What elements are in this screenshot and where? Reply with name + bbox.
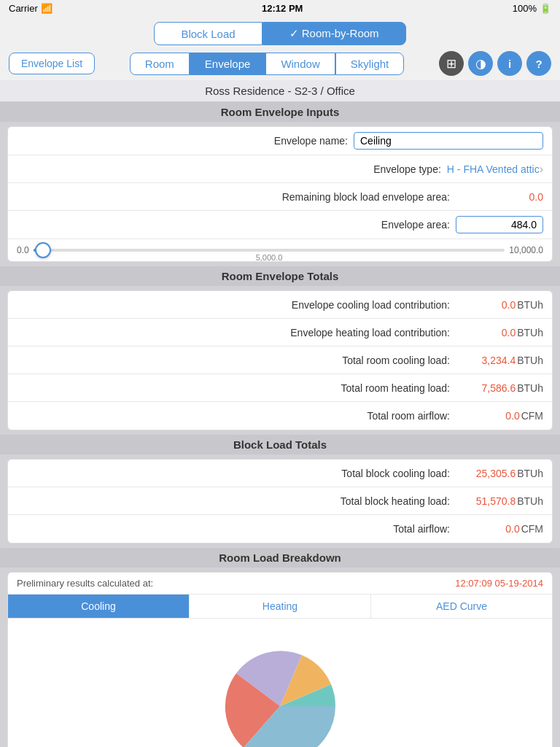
remaining-block-value: 0.0 [456,191,543,203]
calc-time-label: Preliminary results calculated at: [17,578,153,589]
info-icon[interactable]: i [497,51,522,76]
calc-time-row: Preliminary results calculated at: 12:07… [8,573,552,595]
total-room-airflow-row: Total room airflow: 0.0CFM [8,402,552,430]
page-title: Ross Residence - S2-3 / Office [0,80,560,102]
section-block-totals: Block Load Totals [0,435,560,454]
tab-group: Room Envelope Window Skylight [101,53,433,75]
block-cooling-row: Total block cooling load: 25,305.6BTUh [8,460,552,487]
calculator-icon[interactable]: ⊞ [439,51,464,76]
total-airflow-value: 0.0CFM [456,523,543,535]
envelope-name-input[interactable] [354,132,543,150]
env-cooling-contrib-value: 0.0BTUh [456,299,543,311]
slider-track: 5,000.0 [34,249,505,252]
block-cooling-label: Total block cooling load: [17,468,456,479]
env-heating-contrib-value: 0.0BTUh [456,327,543,338]
envelope-inputs-card: Envelope name: Envelope type: H - FHA Ve… [7,126,553,262]
section-envelope-inputs: Room Envelope Inputs [0,102,560,122]
battery-icon: 🔋 [540,3,551,14]
help-icon[interactable]: ? [526,51,551,76]
total-room-airflow-value: 0.0CFM [456,410,543,422]
env-cooling-contrib-label: Envelope cooling load contribution: [17,299,456,311]
envelope-type-value[interactable]: H - FHA Vented attic [447,163,540,175]
section-room-breakdown: Room Load Breakdown [0,548,560,568]
envelope-name-label: Envelope name: [17,135,354,147]
block-totals-card: Total block cooling load: 25,305.6BTUh T… [7,459,553,543]
chart-icon[interactable]: ◑ [468,51,493,76]
section-envelope-totals: Room Envelope Totals [0,266,560,286]
carrier-signal: Carrier 📶 [9,3,52,14]
sub-tab-aed[interactable]: AED Curve [371,595,552,618]
total-room-cooling-label: Total room cooling load: [17,355,456,366]
envelope-type-row: Envelope type: H - FHA Vented attic › [8,155,552,183]
pie-chart-container [8,619,552,747]
battery-pct: 100% [513,3,537,14]
breakdown-card: Preliminary results calculated at: 12:07… [7,572,553,747]
block-cooling-value: 25,305.6BTUh [456,468,543,479]
status-bar: Carrier 📶 12:12 PM 100% 🔋 [0,0,560,16]
envelope-area-input[interactable] [456,216,543,233]
carrier-text: Carrier [9,3,38,14]
wifi-icon: 📶 [41,3,52,14]
total-room-cooling-value: 3,234.4BTUh [456,355,543,366]
toolbar-icons: ⊞ ◑ i ? [439,51,551,76]
room-by-room-button[interactable]: ✓ Room-by-Room [262,22,406,45]
pie-chart [207,633,353,747]
slider-max-label: 10,000.0 [509,245,543,255]
slider-min-label: 0.0 [17,245,29,255]
envelope-area-row: Envelope area: [8,211,552,239]
envelope-area-label: Envelope area: [17,219,456,231]
block-heating-label: Total block heating load: [17,495,456,507]
total-airflow-label: Total airflow: [17,523,456,535]
env-heating-contrib-label: Envelope heating load contribution: [17,327,456,338]
slider-mid-label: 5,000.0 [256,253,283,262]
total-room-cooling-row: Total room cooling load: 3,234.4BTUh [8,347,552,374]
tab-window[interactable]: Window [265,53,335,75]
status-time: 12:12 PM [262,3,303,14]
total-room-airflow-label: Total room airflow: [17,410,456,422]
chevron-right-icon: › [540,163,543,176]
remaining-block-label: Remaining block load envelope area: [17,191,456,203]
tab-envelope[interactable]: Envelope [190,53,266,75]
sub-tab-cooling[interactable]: Cooling [8,595,190,618]
total-room-heating-row: Total room heating load: 7,586.6BTUh [8,374,552,402]
block-heating-row: Total block heating load: 51,570.8BTUh [8,487,552,515]
battery-indicator: 100% 🔋 [513,3,551,14]
tab-skylight[interactable]: Skylight [335,53,405,75]
total-airflow-row: Total airflow: 0.0CFM [8,515,552,543]
total-room-heating-label: Total room heating load: [17,382,456,394]
total-room-heating-value: 7,586.6BTUh [456,382,543,394]
mode-switcher: Block Load ✓ Room-by-Room [0,16,560,48]
block-heating-value: 51,570.8BTUh [456,495,543,507]
sub-tab-heating[interactable]: Heating [190,595,371,618]
env-cooling-contrib-row: Envelope cooling load contribution: 0.0B… [8,291,552,319]
envelope-type-label: Envelope type: [17,163,447,175]
slider-thumb[interactable] [35,242,51,258]
envelope-list-button[interactable]: Envelope List [9,53,95,74]
sub-tab-group: Cooling Heating AED Curve [8,595,552,619]
tab-room[interactable]: Room [130,53,190,75]
envelope-totals-card: Envelope cooling load contribution: 0.0B… [7,290,553,430]
secondary-nav: Envelope List Room Envelope Window Skyli… [0,48,560,80]
envelope-name-row: Envelope name: [8,127,552,155]
env-heating-contrib-row: Envelope heating load contribution: 0.0B… [8,319,552,347]
calc-time-value: 12:07:09 05-19-2014 [455,578,543,589]
block-load-button[interactable]: Block Load [154,22,262,45]
slider-row: 0.0 5,000.0 10,000.0 [8,239,552,261]
remaining-block-row: Remaining block load envelope area: 0.0 [8,183,552,211]
